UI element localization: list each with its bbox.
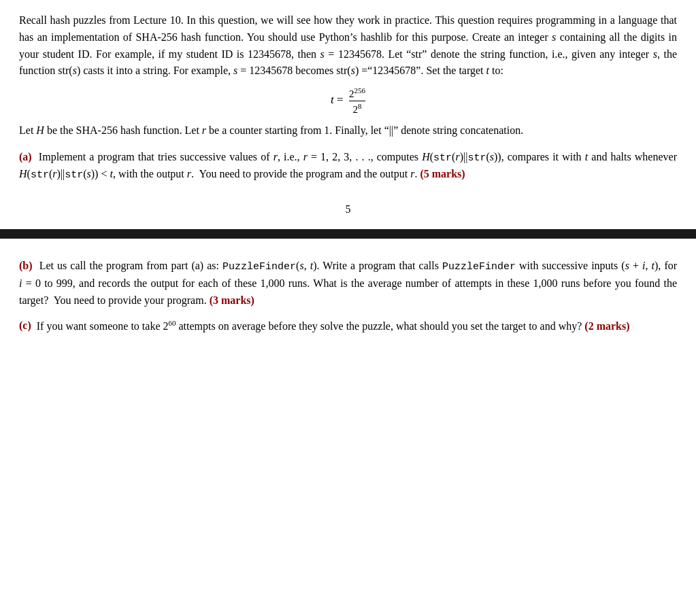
page-divider xyxy=(0,229,696,239)
part-a-marks: (5 marks) xyxy=(420,168,465,179)
fraction: 2256 28 xyxy=(349,86,365,116)
part-b: (b) Let us call the program from part (a… xyxy=(19,258,677,309)
page-top: Recall hash puzzles from Lecture 10. In … xyxy=(0,0,696,216)
page-number-text: 5 xyxy=(346,203,351,215)
exponent-256: 256 xyxy=(354,86,366,95)
part-c-label: (c) xyxy=(19,320,31,332)
formula-lhs: t = xyxy=(331,94,346,107)
intro-paragraph: Recall hash puzzles from Lecture 10. In … xyxy=(19,12,677,80)
exp-60: 60 xyxy=(169,318,176,326)
part-b-label: (b) xyxy=(19,260,33,271)
part-a-text: Implement a program that tries successiv… xyxy=(19,151,677,179)
intro-text: Recall hash puzzles from Lecture 10. In … xyxy=(19,14,677,76)
hash-intro-paragraph: Let H be the SHA-256 hash function. Let … xyxy=(19,122,677,139)
formula-block: t = 2256 28 xyxy=(19,86,677,116)
part-c-text: If you want someone to take 260 attempts… xyxy=(34,320,630,332)
part-b-marks: (3 marks) xyxy=(210,294,254,306)
part-c: (c) If you want someone to take 260 atte… xyxy=(19,317,677,335)
exponent-8: 8 xyxy=(358,102,362,110)
numerator: 2256 xyxy=(349,86,365,101)
part-a-label: (a) xyxy=(19,151,32,162)
page-bottom: (b) Let us call the program from part (a… xyxy=(0,239,696,347)
hash-intro-text: Let H be the SHA-256 hash function. Let … xyxy=(19,124,523,136)
part-a: (a) Implement a program that tries succe… xyxy=(19,149,677,184)
part-b-text: Let us call the program from part (a) as… xyxy=(19,260,677,305)
part-c-marks: (2 marks) xyxy=(584,320,629,332)
page-number: 5 xyxy=(19,203,677,216)
denominator: 28 xyxy=(349,101,365,116)
